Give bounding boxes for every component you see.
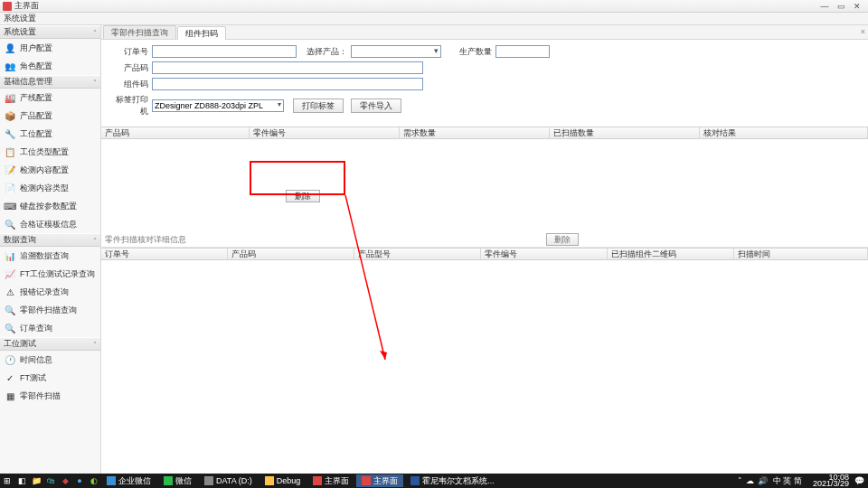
tray-chevron-icon[interactable]: ˄ xyxy=(738,476,742,485)
taskbar-app-4[interactable]: 主界面 xyxy=(307,474,354,487)
sidebar-header-query[interactable]: 数据查询˄ xyxy=(0,233,100,247)
sidebar-item-trace[interactable]: 📊追溯数据查询 xyxy=(0,247,100,265)
taskbar-app-5[interactable]: 主界面 xyxy=(356,474,403,487)
tab-close-icon[interactable]: × xyxy=(861,27,865,36)
keyboard-icon: ⌨ xyxy=(4,200,16,212)
detail-subtitle: 零件扫描核对详细信息 删除 xyxy=(101,233,868,248)
qty-label: 生产数量 xyxy=(441,46,492,58)
order-input[interactable] xyxy=(152,45,297,58)
chevron-up-icon: ˄ xyxy=(93,237,97,245)
printer-label: 标签打印机 xyxy=(108,94,148,117)
menu-bar: 系统设置 xyxy=(0,13,868,25)
minimize-button[interactable]: — xyxy=(816,1,833,12)
main-content: 零部件扫描查询 组件扫码 × 订单号 选择产品： 生产数量 产品码 组件码 xyxy=(101,25,868,474)
taskview-icon[interactable]: ◧ xyxy=(14,474,29,488)
error-icon: ⚠ xyxy=(4,286,16,298)
tool2-icon[interactable]: ● xyxy=(72,474,87,488)
maximize-button[interactable]: ▭ xyxy=(833,1,849,12)
delete-small-button[interactable]: 删除 xyxy=(546,233,579,246)
import-button[interactable]: 零件导入 xyxy=(351,99,401,113)
taskbar-app-1[interactable]: 微信 xyxy=(158,474,197,487)
grid1-col-scanqty[interactable]: 已扫描数量 xyxy=(550,127,700,138)
time-icon: 🕐 xyxy=(4,353,16,366)
taskbar-clock[interactable]: 10:082021/3/29 xyxy=(813,474,849,487)
grid1-col-product[interactable]: 产品码 xyxy=(101,127,250,138)
grid2-col-time[interactable]: 扫描时间 xyxy=(734,249,868,259)
order-label: 订单号 xyxy=(108,46,148,58)
sidebar-item-cert[interactable]: 🔍合格证模板信息 xyxy=(0,215,100,233)
printer-select[interactable]: ZDesigner ZD888-203dpi ZPL xyxy=(152,99,284,112)
menu-system[interactable]: 系统设置 xyxy=(4,13,36,24)
grid1-col-partno[interactable]: 零件编号 xyxy=(250,127,400,138)
print-button[interactable]: 打印标签 xyxy=(293,99,344,113)
explorer-icon[interactable]: 📁 xyxy=(29,474,43,488)
product-label: 选择产品： xyxy=(297,46,347,58)
grid1-col-reqqty[interactable]: 需求数量 xyxy=(400,127,550,138)
stationtype-icon: 📋 xyxy=(4,145,16,158)
form-panel: 订单号 选择产品： 生产数量 产品码 组件码 标签打印机 ZDesigner Z… xyxy=(101,40,868,127)
grid1-body: 删除 xyxy=(101,139,868,233)
sidebar-header-test[interactable]: 工位测试˄ xyxy=(0,337,100,351)
sidebar-item-stationtype[interactable]: 📋工位类型配置 xyxy=(0,143,100,161)
qty-input[interactable] xyxy=(495,45,550,58)
grid2-col-product[interactable]: 产品码 xyxy=(228,249,354,259)
sidebar-item-product[interactable]: 📦产品配置 xyxy=(0,107,100,125)
order-icon: 🔍 xyxy=(4,322,16,334)
station-icon: 🔧 xyxy=(4,127,16,140)
grid2-col-partno[interactable]: 零件编号 xyxy=(481,249,608,259)
grid1-col-result[interactable]: 核对结果 xyxy=(700,127,868,138)
tray-volume-icon[interactable]: 🔊 xyxy=(758,476,768,485)
sidebar-item-error[interactable]: ⚠报错记录查询 xyxy=(0,283,100,301)
product-select[interactable] xyxy=(351,45,441,58)
taskbar-app-0[interactable]: 企业微信 xyxy=(101,474,156,487)
inspect-icon: 📝 xyxy=(4,164,16,176)
code-label: 产品码 xyxy=(108,62,148,74)
chevron-up-icon: ˄ xyxy=(93,79,97,87)
sidebar-item-scanquery[interactable]: 🔍零部件扫描查询 xyxy=(0,301,100,319)
part-input[interactable] xyxy=(152,78,423,90)
notification-icon[interactable]: 💬 xyxy=(854,476,864,485)
tab-bar: 零部件扫描查询 组件扫码 × xyxy=(101,25,868,40)
role-icon: 👥 xyxy=(4,60,16,72)
code-input[interactable] xyxy=(152,61,423,74)
tool3-icon[interactable]: ◐ xyxy=(87,474,101,488)
sidebar-header-system[interactable]: 系统设置˄ xyxy=(0,25,100,39)
sidebar-item-time[interactable]: 🕐时间信息 xyxy=(0,351,100,369)
sidebar-item-inspecttype[interactable]: 📄检测内容类型 xyxy=(0,179,100,197)
partscan-icon: ▦ xyxy=(4,389,16,402)
trace-icon: 📊 xyxy=(4,249,16,262)
tab-component-scan[interactable]: 组件扫码 xyxy=(177,26,226,40)
sidebar-item-ftquery[interactable]: 📈FT工位测试记录查询 xyxy=(0,265,100,283)
grid2-col-model[interactable]: 产品型号 xyxy=(354,249,481,259)
window-title: 主界面 xyxy=(14,0,816,12)
sidebar-item-inspect[interactable]: 📝检测内容配置 xyxy=(0,161,100,179)
tab-scanquery[interactable]: 零部件扫描查询 xyxy=(103,25,176,39)
title-bar: 主界面 — ▭ ✕ xyxy=(0,0,868,13)
sidebar-item-orderquery[interactable]: 🔍订单查询 xyxy=(0,319,100,337)
ft-icon: 📈 xyxy=(4,267,16,280)
grid2-col-qrcode[interactable]: 已扫描组件二维码 xyxy=(608,249,734,259)
ime-status[interactable]: 中 英 简 xyxy=(773,475,802,487)
sidebar-item-role[interactable]: 👥角色配置 xyxy=(0,57,100,75)
sidebar-item-keyboard[interactable]: ⌨键盘按参数配置 xyxy=(0,197,100,215)
sidebar-item-partscan[interactable]: ▦零部件扫描 xyxy=(0,387,100,405)
taskbar-app-3[interactable]: Debug xyxy=(259,474,307,487)
sidebar-header-basic[interactable]: 基础信息管理˄ xyxy=(0,75,100,89)
taskbar[interactable]: ⊞ ◧ 📁 🛍 ◆ ● ◐ 企业微信 微信 DATA (D:) Debug 主界… xyxy=(0,474,868,488)
sidebar: 系统设置˄ 👤用户配置 👥角色配置 基础信息管理˄ 🏭产线配置 📦产品配置 🔧工… xyxy=(0,25,101,474)
taskbar-app-2[interactable]: DATA (D:) xyxy=(199,474,258,487)
cert-icon: 🔍 xyxy=(4,218,16,230)
sidebar-item-fttest[interactable]: ✓FT测试 xyxy=(0,369,100,387)
grid2-col-order[interactable]: 订单号 xyxy=(101,249,228,259)
product-icon: 📦 xyxy=(4,109,16,122)
delete-button[interactable]: 删除 xyxy=(286,190,320,202)
close-button[interactable]: ✕ xyxy=(849,1,865,12)
start-button[interactable]: ⊞ xyxy=(0,474,14,488)
sidebar-item-user[interactable]: 👤用户配置 xyxy=(0,39,100,57)
tray-cloud-icon[interactable]: ☁ xyxy=(746,476,754,485)
sidebar-item-line[interactable]: 🏭产线配置 xyxy=(0,89,100,107)
taskbar-app-6[interactable]: 霍尼韦尔文档系统... xyxy=(405,474,500,487)
store-icon[interactable]: 🛍 xyxy=(43,474,58,488)
sidebar-item-station[interactable]: 🔧工位配置 xyxy=(0,125,100,143)
tool1-icon[interactable]: ◆ xyxy=(58,474,72,488)
